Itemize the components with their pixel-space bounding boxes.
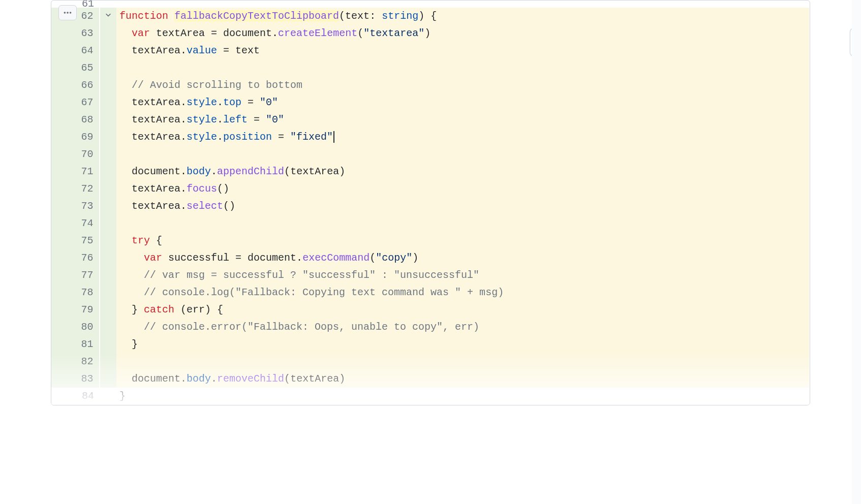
code-row: 73 textArea.select() (51, 198, 809, 215)
fold-gutter-cell (99, 284, 116, 301)
code-token: textArea (290, 373, 339, 385)
code-token: { (150, 235, 162, 246)
line-number[interactable]: 74 (51, 215, 99, 232)
code-cell[interactable]: var textArea = document.createElement("t… (116, 25, 809, 42)
code-token: appendChild (217, 166, 284, 177)
code-token: ( (370, 252, 376, 264)
code-cell[interactable]: document.body.appendChild(textArea) (116, 163, 809, 180)
line-number[interactable]: 63 (51, 25, 99, 42)
code-cell[interactable]: document.body.removeChild(textArea) (116, 370, 809, 388)
code-token: textArea (132, 97, 180, 108)
code-cell[interactable]: var successful = document.execCommand("c… (116, 249, 809, 267)
code-cell[interactable]: textArea.style.position = "fixed" (116, 129, 809, 146)
line-number[interactable]: 65 (51, 59, 99, 77)
code-token: textArea (290, 166, 339, 177)
line-number[interactable]: 80 (51, 319, 99, 336)
fold-gutter-cell[interactable] (99, 8, 116, 25)
line-number[interactable]: 81 (51, 336, 99, 353)
line-number[interactable]: 73 (51, 198, 99, 215)
code-token: successful (168, 252, 229, 264)
code-token: "textarea" (363, 27, 424, 39)
code-cell[interactable]: textArea.focus() (116, 180, 809, 198)
code-token: createElement (278, 27, 357, 39)
code-cell[interactable]: } catch (err) { (116, 301, 809, 319)
code-token: try (132, 235, 150, 246)
code-token: } (119, 390, 126, 402)
code-token: = (248, 114, 266, 125)
chevron-down-icon[interactable] (105, 10, 112, 23)
code-row: 67 textArea.style.top = "0" (51, 94, 809, 111)
code-token: select (187, 200, 223, 212)
code-cell[interactable]: } (116, 388, 809, 405)
fold-gutter-cell (99, 180, 116, 198)
code-token: . (211, 373, 217, 385)
code-token: = (241, 97, 260, 108)
code-token: textArea (132, 183, 180, 195)
code-cell[interactable] (116, 215, 809, 232)
code-token: } (132, 338, 138, 350)
line-number[interactable]: 75 (51, 232, 99, 249)
fold-gutter-cell (99, 198, 116, 215)
code-token: document (223, 27, 272, 39)
code-cell[interactable]: function fallbackCopyTextToClipboard(tex… (116, 8, 809, 25)
page-scrollbar-track[interactable] (852, 0, 861, 405)
code-token: textArea (132, 200, 180, 212)
code-cell[interactable]: // console.error("Fallback: Oops, unable… (116, 319, 809, 336)
fold-gutter-cell (99, 319, 116, 336)
line-number[interactable]: 64 (51, 42, 99, 59)
code-token: document (132, 373, 180, 385)
code-token: textArea (132, 131, 180, 143)
line-number[interactable]: 76 (51, 249, 99, 267)
code-token: focus (187, 183, 217, 195)
code-cell[interactable]: // var msg = successful ? "successful" :… (116, 267, 809, 284)
line-number[interactable]: 83 (51, 370, 99, 388)
code-token: left (223, 114, 248, 125)
line-number[interactable]: 79 (51, 301, 99, 319)
code-token: . (180, 200, 187, 212)
code-token: . (180, 166, 187, 177)
fold-gutter-cell (99, 249, 116, 267)
code-cell[interactable]: } (116, 336, 809, 353)
fold-gutter-cell (99, 232, 116, 249)
code-cell[interactable] (116, 1, 809, 8)
line-number[interactable]: 84 (51, 388, 99, 405)
code-row: 66 // Avoid scrolling to bottom (51, 77, 809, 94)
code-token: () (217, 183, 229, 195)
code-token: . (180, 114, 187, 125)
code-cell[interactable]: // console.log("Fallback: Copying text c… (116, 284, 809, 301)
line-number[interactable]: 68 (51, 111, 99, 129)
code-cell[interactable] (116, 59, 809, 77)
code-cell[interactable]: textArea.value = text (116, 42, 809, 59)
line-number[interactable]: 78 (51, 284, 99, 301)
fold-gutter-cell (99, 129, 116, 146)
code-cell[interactable] (116, 146, 809, 163)
code-cell[interactable]: textArea.select() (116, 198, 809, 215)
more-actions-button[interactable] (58, 5, 77, 20)
code-token: "0" (266, 114, 284, 125)
code-cell[interactable]: textArea.style.left = "0" (116, 111, 809, 129)
fold-gutter-cell (99, 163, 116, 180)
line-number[interactable]: 69 (51, 129, 99, 146)
code-table: 6162function fallbackCopyTextToClipboard… (51, 1, 810, 405)
code-row: 80 // console.error("Fallback: Oops, una… (51, 319, 809, 336)
code-cell[interactable]: // Avoid scrolling to bottom (116, 77, 809, 94)
code-token: value (187, 45, 217, 56)
line-number[interactable]: 71 (51, 163, 99, 180)
fold-gutter-cell (99, 1, 116, 8)
line-number[interactable]: 67 (51, 94, 99, 111)
code-cell[interactable] (116, 353, 809, 370)
code-token: . (180, 183, 187, 195)
line-number[interactable]: 77 (51, 267, 99, 284)
line-number[interactable]: 66 (51, 77, 99, 94)
line-number[interactable]: 82 (51, 353, 99, 370)
code-row: 61 (51, 1, 809, 8)
code-cell[interactable]: try { (116, 232, 809, 249)
code-token: . (180, 97, 187, 108)
line-number[interactable]: 70 (51, 146, 99, 163)
code-token: text (345, 10, 370, 22)
line-number[interactable]: 72 (51, 180, 99, 198)
code-row: 77 // var msg = successful ? "successful… (51, 267, 809, 284)
code-token: "0" (260, 97, 278, 108)
code-token: var (144, 252, 162, 264)
code-cell[interactable]: textArea.style.top = "0" (116, 94, 809, 111)
